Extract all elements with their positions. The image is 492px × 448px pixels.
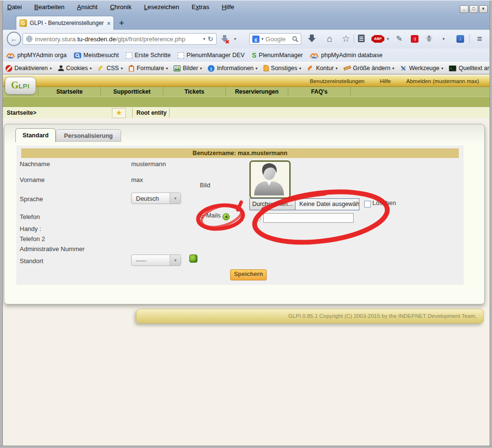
reload-icon[interactable]: ↻ — [208, 35, 213, 43]
home-icon[interactable]: ⌂ — [324, 34, 335, 44]
svg-text:>_: >_ — [450, 67, 455, 71]
devbar-label: Werkzeuge — [409, 65, 439, 72]
search-engine-dropdown-icon[interactable]: ▾ — [261, 36, 264, 41]
devbar-label: Deaktivieren — [14, 65, 48, 72]
link-abmelden[interactable]: Abmelden (mustermann max) — [406, 78, 479, 84]
devbar-item-werkzeuge[interactable]: Werkzeuge▾ — [400, 65, 443, 72]
person-icon — [58, 65, 64, 72]
pen-addon-icon[interactable]: ✎ — [394, 34, 405, 44]
bookmark-star-icon[interactable]: ☆ — [341, 34, 351, 44]
downloadhelper-icon[interactable]: :) — [409, 34, 420, 44]
devbar-item-deaktivieren[interactable]: Deaktivieren▾ — [5, 65, 52, 72]
nav-reservierungen[interactable]: Reservierungen — [226, 87, 288, 97]
add-email-icon[interactable]: + — [222, 213, 230, 220]
downloads-dropdown-icon[interactable]: ▾ — [234, 36, 236, 41]
menu-lesezeichen[interactable]: Lesezeichen — [144, 3, 179, 11]
nav-faq[interactable]: FAQ's — [288, 87, 351, 97]
glpi-subnav-row — [2, 97, 490, 107]
tab-personalisierung[interactable]: Personalisierung — [56, 129, 121, 142]
default-email-radio[interactable] — [255, 216, 261, 221]
adblock-plus-icon[interactable]: ABP — [371, 35, 382, 46]
devbar-label: CSS — [107, 65, 119, 72]
window-border-top — [0, 0, 492, 0]
abp-dropdown-icon[interactable]: ▾ — [387, 36, 389, 41]
devbar-item-css[interactable]: CSS▾ — [98, 65, 123, 72]
menu-bearbeiten[interactable]: Bearbeiten — [34, 3, 64, 11]
menu-extras[interactable]: Extras — [192, 3, 209, 11]
breadcrumb-home[interactable]: Startseite> — [7, 109, 37, 116]
delete-picture-checkbox[interactable] — [364, 201, 371, 207]
maximize-button[interactable]: □ — [469, 5, 478, 13]
bookmark-phpmyadmin-database[interactable]: PMA phpMyAdmin database — [310, 52, 382, 59]
caret-icon: ▾ — [299, 66, 301, 71]
search-icon[interactable] — [292, 36, 298, 42]
close-button[interactable]: × — [479, 5, 488, 13]
reading-list-icon[interactable] — [357, 34, 367, 44]
image-icon — [173, 65, 181, 72]
language-select[interactable]: Deutsch ▾ — [131, 193, 181, 204]
bookmark-meistbesucht[interactable]: Meistbesucht — [74, 52, 119, 59]
glpi-main-nav: Startseite Supportticket erstellen Ticke… — [2, 87, 490, 97]
save-button[interactable]: Speichern — [230, 269, 267, 280]
devbar-label: Cookies — [66, 65, 88, 72]
back-button[interactable]: ← — [7, 32, 21, 46]
browser-tab-active[interactable]: G GLPI - Benutzereinstellungen × — [16, 16, 114, 30]
minimize-button[interactable]: _ — [460, 5, 468, 13]
glpi-logo[interactable]: GLPI — [5, 77, 36, 95]
footer-text: GLPI 0.85.1 Copyright (C) 2003-2015 by t… — [288, 313, 477, 319]
search-input[interactable]: Google — [266, 36, 286, 43]
terminal-icon: >_ — [449, 65, 456, 72]
bookmark-label: Erste Schritte — [135, 52, 171, 59]
entity-selector[interactable]: Root entity — [136, 109, 167, 116]
menu-bar: Datei Bearbeiten Ansicht Chronik Lesezei… — [7, 3, 234, 11]
breadcrumb: Startseite> ★ Root entity — [2, 108, 490, 118]
addon-bug-icon[interactable] — [424, 34, 435, 44]
bookmark-plenummanager-dev[interactable]: PlenumManager DEV — [178, 52, 245, 59]
hamburger-menu-icon[interactable]: ≡ — [474, 34, 485, 44]
green-s-icon: S — [252, 51, 256, 59]
caret-icon: ▾ — [90, 66, 92, 71]
blue-download-addon-icon[interactable]: ↓ — [455, 34, 466, 44]
url-dropdown-icon[interactable]: ▾ — [203, 36, 206, 41]
browse-button[interactable]: Durchsuchen... — [250, 199, 295, 210]
bookmark-phpmyadmin-orga[interactable]: PMA phpMYAdmin orga — [6, 52, 67, 59]
devbar-item-informationen[interactable]: i Informationen▾ — [208, 65, 257, 72]
search-box[interactable]: g ▾ Google — [249, 33, 301, 45]
link-benutzereinstellungen[interactable]: Benutzereinstellungen — [310, 78, 365, 84]
tab-standard[interactable]: Standard — [15, 128, 56, 142]
label-telefon: Telefon — [20, 213, 40, 220]
label-administrative-nummer: Administrative Nummer — [20, 245, 85, 253]
bookmark-erste-schritte[interactable]: Erste Schritte — [126, 52, 171, 59]
bookmark-plenummanager[interactable]: S PlenumManager — [252, 51, 303, 59]
menu-hilfe[interactable]: Hilfe — [222, 3, 234, 11]
nav-tickets[interactable]: Tickets — [163, 87, 226, 97]
nav-supportticket[interactable]: Supportticket erstellen — [101, 87, 163, 97]
devbar-label: Bilder — [183, 65, 198, 72]
browse-locations-icon[interactable] — [189, 254, 197, 263]
menu-ansicht[interactable]: Ansicht — [77, 3, 98, 11]
devbar-item-groesse-aendern[interactable]: Größe ändern▾ — [344, 65, 394, 72]
label-loeschen: Löschen — [372, 199, 396, 206]
picture-file-input[interactable]: Durchsuchen... Keine Datei ausgewählt. — [249, 198, 359, 210]
addon-dropdown-icon[interactable]: ▾ — [443, 36, 445, 41]
devbar-item-kontur[interactable]: Kontur▾ — [307, 65, 338, 72]
menu-chronik[interactable]: Chronik — [110, 3, 132, 11]
tab-close-icon[interactable]: × — [107, 20, 111, 27]
new-tab-button[interactable]: + — [119, 18, 124, 28]
devbar-item-cookies[interactable]: Cookies▾ — [58, 65, 92, 72]
devbar-item-formulare[interactable]: Formulare▾ — [128, 65, 168, 72]
bookmark-star-button[interactable]: ★ — [112, 108, 126, 118]
location-select[interactable]: ----- ▾ — [131, 254, 181, 266]
label-telefon2: Telefon 2 — [20, 235, 45, 242]
nav-startseite[interactable]: Startseite — [38, 87, 101, 97]
devbar-item-bilder[interactable]: Bilder▾ — [173, 65, 202, 72]
menu-datei[interactable]: Datei — [7, 3, 22, 11]
download-arrow-icon[interactable] — [307, 34, 318, 44]
devbar-item-quelltext-anzeigen[interactable]: >_ Quelltext anzeigen▾ — [449, 65, 492, 72]
email-input[interactable] — [263, 213, 354, 223]
url-bar[interactable]: inventory.stura.tu-dresden.de/glpi/front… — [23, 33, 217, 45]
downloads-blocked-icon[interactable] — [220, 34, 230, 44]
value-vorname: max — [131, 176, 143, 183]
link-hilfe[interactable]: Hilfe — [380, 78, 391, 84]
devbar-item-sonstiges[interactable]: Sonstiges▾ — [263, 65, 301, 72]
